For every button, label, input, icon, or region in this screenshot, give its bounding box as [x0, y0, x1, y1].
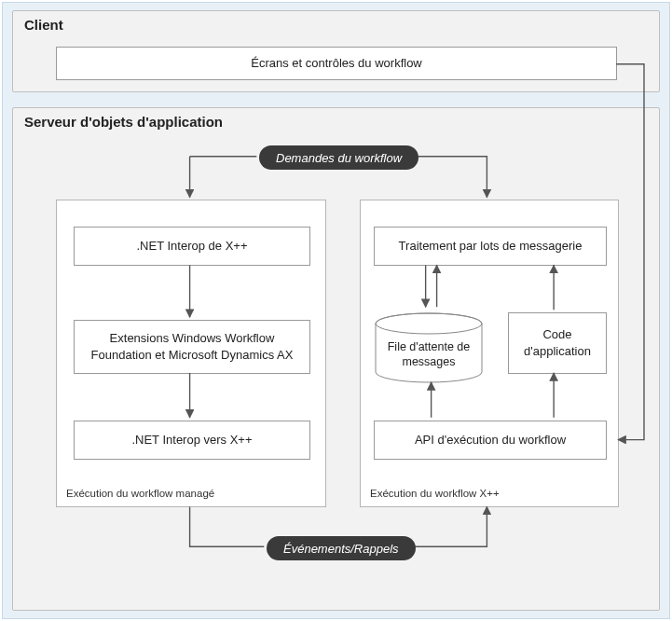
workflow-runtime-api-node: API d'exécution du workflow	[374, 421, 607, 460]
managed-group-label: Exécution du workflow managé	[66, 488, 214, 499]
client-screens-node: Écrans et contrôles du workflow	[56, 47, 617, 80]
net-interop-to-xpp-text: .NET Interop vers X++	[131, 432, 252, 448]
xpp-workflow-group: Traitement par lots de messagerie File d…	[360, 200, 619, 507]
batch-messaging-text: Traitement par lots de messagerie	[399, 238, 583, 255]
server-panel: Serveur d'objets d'application .NET Inte…	[12, 107, 660, 611]
net-interop-to-xpp-node: .NET Interop vers X++	[74, 421, 310, 460]
diagram-canvas: Client Écrans et contrôles du workflow S…	[2, 2, 670, 619]
events-pill: Événements/Rappels	[267, 536, 416, 560]
server-title: Serveur d'objets d'application	[24, 114, 223, 130]
net-interop-from-xpp-node: .NET Interop de X++	[74, 227, 310, 266]
app-code-node: Code d'application	[508, 312, 607, 374]
workflow-runtime-api-text: API d'exécution du workflow	[415, 432, 566, 448]
batch-messaging-node: Traitement par lots de messagerie	[374, 227, 607, 266]
requests-pill-text: Demandes du workflow	[276, 151, 402, 165]
requests-pill: Demandes du workflow	[259, 145, 418, 170]
message-queue-text: File d'attente de messages	[379, 339, 478, 370]
managed-workflow-group: .NET Interop de X++ Extensions Windows W…	[56, 200, 326, 507]
app-code-text: Code d'application	[518, 326, 597, 359]
wwf-extensions-node: Extensions Windows Workflow Foundation e…	[74, 320, 310, 374]
xpp-group-label: Exécution du workflow X++	[370, 488, 500, 499]
client-panel: Client Écrans et contrôles du workflow	[12, 10, 660, 92]
message-queue-node: File d'attente de messages	[374, 312, 484, 383]
net-interop-from-xpp-text: .NET Interop de X++	[137, 238, 248, 255]
client-title: Client	[24, 17, 63, 33]
client-screens-text: Écrans et contrôles du workflow	[251, 55, 422, 72]
wwf-extensions-text: Extensions Windows Workflow Foundation e…	[84, 330, 300, 363]
events-pill-text: Événements/Rappels	[283, 542, 399, 556]
